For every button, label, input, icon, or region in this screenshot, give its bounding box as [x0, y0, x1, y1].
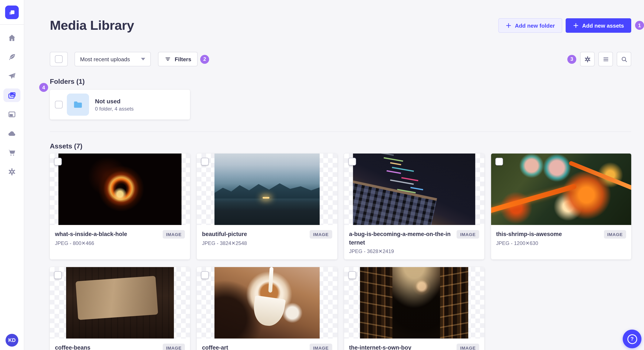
asset-footer: coffee-beans JPEG - 5021✕3347 IMAGE [50, 339, 190, 350]
asset-meta: JPEG - 3628✕2419 [349, 248, 452, 254]
strapi-logo-icon[interactable] [5, 5, 19, 19]
asset-image [58, 154, 182, 225]
add-new-folder-label: Add new folder [515, 22, 555, 29]
content-window-icon [8, 110, 16, 119]
folder-texts: Not used 0 folder, 4 assets [95, 98, 134, 112]
asset-card[interactable]: coffee-art JPEG - 5824✕3259 IMAGE [197, 267, 337, 350]
asset-image [491, 154, 632, 225]
asset-meta: JPEG - 3824✕2548 [202, 240, 247, 246]
toolbar: Most recent uploads Filters 2 3 [50, 52, 631, 66]
asset-footer: coffee-art JPEG - 5824✕3259 IMAGE [197, 339, 337, 350]
asset-card[interactable]: a-bug-is-becoming-a-meme-on-the-internet… [344, 154, 484, 259]
asset-card[interactable]: beautiful-picture JPEG - 3824✕2548 IMAGE [197, 154, 337, 259]
sidebar-item-marketplace[interactable] [4, 146, 20, 160]
paper-plane-icon [8, 72, 16, 80]
asset-checkbox[interactable] [54, 271, 62, 279]
filters-button[interactable]: Filters [158, 52, 198, 66]
asset-card[interactable]: coffee-beans JPEG - 5021✕3347 IMAGE [50, 267, 190, 350]
sort-dropdown-value: Most recent uploads [80, 56, 130, 62]
asset-card[interactable]: this-shrimp-is-awesome JPEG - 1200✕630 I… [491, 154, 632, 259]
folder-card[interactable]: Not used 0 folder, 4 assets [50, 90, 190, 120]
header-actions: Add new folder Add new assets 1 [498, 18, 631, 33]
asset-type-badge: IMAGE [457, 344, 479, 350]
asset-texts: a-bug-is-becoming-a-meme-on-the-internet… [349, 230, 452, 254]
asset-thumbnail-area [491, 154, 632, 225]
asset-card[interactable]: what-s-inside-a-black-hole JPEG - 800✕46… [50, 154, 190, 259]
assets-grid: what-s-inside-a-black-hole JPEG - 800✕46… [50, 154, 631, 350]
asset-texts: the-internet-s-own-boy JPEG - 1200✕707 [349, 344, 412, 350]
main-content: Media Library Add new folder Add new ass… [24, 0, 644, 350]
asset-footer: what-s-inside-a-black-hole JPEG - 800✕46… [50, 225, 190, 259]
folder-tile [67, 94, 89, 116]
sort-dropdown[interactable]: Most recent uploads [74, 52, 151, 66]
help-button[interactable] [623, 330, 642, 348]
cloud-icon [8, 129, 16, 138]
strapi-logo-glyph [8, 8, 16, 16]
list-view-button[interactable] [598, 52, 613, 66]
view-settings-button[interactable] [580, 52, 594, 66]
asset-texts: this-shrimp-is-awesome JPEG - 1200✕630 [496, 230, 562, 246]
search-button[interactable] [617, 52, 631, 66]
asset-image [353, 154, 475, 225]
asset-footer: the-internet-s-own-boy JPEG - 1200✕707 I… [344, 339, 484, 350]
sidebar: KD [0, 0, 24, 350]
asset-type-badge: IMAGE [457, 230, 479, 239]
asset-meta: JPEG - 1200✕630 [496, 240, 562, 246]
add-new-assets-button[interactable]: Add new assets [566, 18, 631, 33]
sidebar-item-feather[interactable] [4, 50, 20, 64]
user-avatar[interactable]: KD [6, 334, 18, 347]
feather-icon [8, 53, 16, 61]
asset-type-badge: IMAGE [163, 230, 185, 239]
filters-label: Filters [175, 56, 191, 62]
asset-title: coffee-art [202, 344, 247, 350]
asset-type-badge: IMAGE [310, 344, 332, 350]
folders-section: Folders (1) 4 Not used 0 folder, 4 asset… [50, 78, 631, 120]
asset-title: beautiful-picture [202, 230, 247, 238]
folder-name: Not used [95, 98, 134, 104]
list-icon [602, 55, 609, 63]
asset-image [214, 267, 320, 339]
asset-thumbnail-area [344, 267, 484, 339]
asset-footer: this-shrimp-is-awesome JPEG - 1200✕630 I… [491, 225, 632, 259]
sidebar-item-cloud[interactable] [4, 127, 20, 140]
sidebar-item-send[interactable] [4, 69, 20, 83]
asset-checkbox[interactable] [348, 271, 356, 279]
add-new-folder-button[interactable]: Add new folder [498, 18, 562, 33]
asset-image [214, 154, 320, 225]
folder-checkbox[interactable] [55, 101, 62, 108]
sidebar-item-home[interactable] [4, 31, 20, 45]
folders-heading: Folders (1) [50, 78, 631, 85]
sidebar-item-content[interactable] [4, 108, 20, 121]
page-header: Media Library Add new folder Add new ass… [50, 18, 631, 33]
settings-icon [8, 168, 16, 176]
asset-footer: a-bug-is-becoming-a-meme-on-the-internet… [344, 225, 484, 259]
folder-meta: 0 folder, 4 assets [95, 106, 134, 112]
annotation-badge-3: 3 [567, 55, 576, 64]
media-library-page: KD Media Library Add new folder Add new … [0, 0, 644, 350]
asset-texts: beautiful-picture JPEG - 3824✕2548 [202, 230, 247, 246]
asset-title: a-bug-is-becoming-a-meme-on-the-internet [349, 230, 452, 247]
cart-icon [8, 149, 16, 157]
asset-checkbox[interactable] [495, 158, 503, 166]
asset-texts: coffee-art JPEG - 5824✕3259 [202, 344, 247, 350]
asset-title: what-s-inside-a-black-hole [55, 230, 127, 238]
select-all-button[interactable] [50, 52, 68, 66]
asset-texts: coffee-beans JPEG - 5021✕3347 [55, 344, 100, 350]
sidebar-item-settings[interactable] [4, 165, 20, 178]
asset-image [360, 267, 468, 339]
asset-checkbox[interactable] [201, 158, 209, 166]
annotation-badge-2: 2 [200, 55, 209, 64]
sidebar-nav [4, 31, 20, 178]
asset-checkbox[interactable] [201, 271, 209, 279]
select-all-checkbox[interactable] [55, 55, 62, 63]
asset-checkbox[interactable] [348, 158, 356, 166]
asset-checkbox[interactable] [54, 158, 62, 166]
asset-thumbnail-area [197, 267, 337, 339]
media-library-icon [7, 91, 16, 100]
toolbar-right: 3 [567, 52, 631, 66]
sidebar-item-media-library[interactable] [4, 88, 20, 102]
asset-texts: what-s-inside-a-black-hole JPEG - 800✕46… [55, 230, 127, 246]
assets-section: Assets (7) what-s-inside-a-black-hole JP… [50, 143, 631, 350]
asset-thumbnail-area [344, 154, 484, 225]
asset-card[interactable]: the-internet-s-own-boy JPEG - 1200✕707 I… [344, 267, 484, 350]
